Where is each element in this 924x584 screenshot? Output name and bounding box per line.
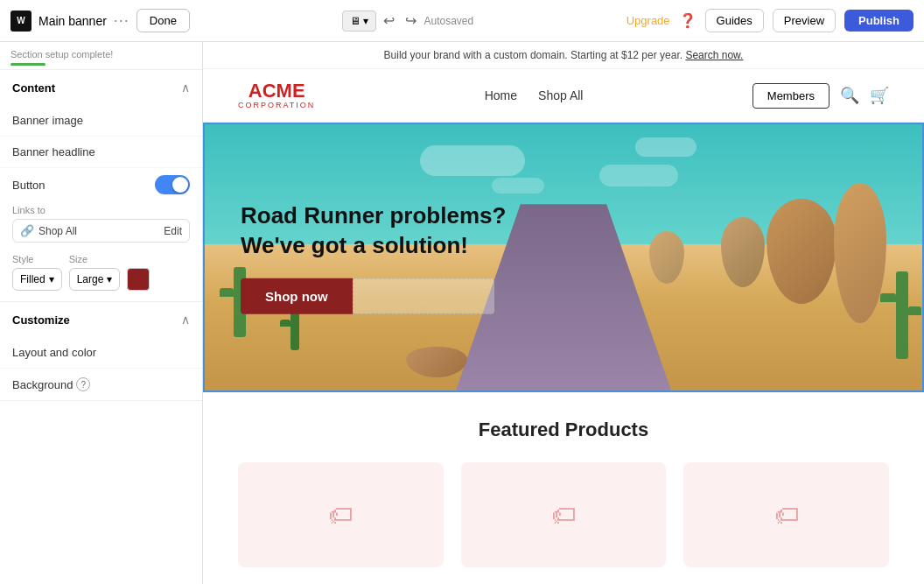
section-setup-notice: Section setup complete! (0, 42, 202, 70)
banner-content: Road Runner problems? We've got a soluti… (241, 201, 506, 314)
store-logo-sub: CORPORATION (238, 101, 315, 109)
cloud-decoration (599, 165, 678, 186)
featured-title: Featured Products (238, 419, 889, 441)
customize-section-title: Customize (12, 313, 70, 327)
topbar-left: W Main banner ··· Done (10, 9, 190, 32)
product-tag-icon: 🏷 (774, 501, 799, 530)
product-tag-icon: 🏷 (328, 501, 353, 530)
sidebar-item-background[interactable]: Background ? (0, 369, 202, 400)
help-icon[interactable]: ❓ (679, 12, 696, 29)
content-section-header[interactable]: Content ∧ (0, 70, 202, 105)
store-nav: Home Shop All (485, 88, 584, 102)
links-to-label: Links to (12, 205, 190, 215)
undo-button[interactable]: ↩ (380, 9, 398, 32)
cactus-decoration (896, 271, 908, 359)
button-toggle[interactable] (155, 175, 190, 194)
app-logo: W (10, 11, 32, 32)
redo-button[interactable]: ↪ (402, 9, 420, 32)
sidebar-item-banner-image[interactable]: Banner image (0, 105, 202, 137)
style-select[interactable]: Filled ▾ (12, 268, 62, 291)
chevron-down-icon: ▾ (49, 273, 54, 285)
store-header: ACME CORPORATION Home Shop All Members 🔍… (203, 69, 924, 123)
product-card[interactable]: 🏷 (683, 462, 889, 567)
guides-button[interactable]: Guides (705, 9, 764, 32)
cloud-decoration (635, 137, 696, 157)
product-card[interactable]: 🏷 (461, 462, 667, 567)
style-size-row: Style Filled ▾ Size Large ▾ (0, 250, 202, 301)
preview-area: Build your brand with a custom domain. S… (203, 42, 924, 584)
size-label: Size (69, 254, 121, 264)
collapse-icon: ∧ (181, 81, 190, 95)
edit-link-button[interactable]: Edit (164, 225, 182, 237)
customize-section: Customize ∧ Layout and color Background … (0, 302, 202, 401)
done-button[interactable]: Done (136, 9, 190, 32)
device-controls: 🖥 ▾ ↩ ↪ Autosaved (342, 9, 473, 32)
cart-icon[interactable]: 🛒 (870, 86, 889, 105)
shop-btn-ghost (353, 278, 494, 313)
button-toggle-row: Button (0, 168, 202, 201)
search-icon[interactable]: 🔍 (840, 86, 859, 105)
publish-button[interactable]: Publish (844, 10, 914, 32)
banner-background: Road Runner problems? We've got a soluti… (205, 124, 922, 391)
link-icon: 🔗 (20, 224, 34, 237)
links-to-row: Links to 🔗 Shop All Edit (0, 201, 202, 250)
members-button[interactable]: Members (752, 83, 830, 109)
product-tag-icon: 🏷 (551, 501, 576, 530)
customize-section-header[interactable]: Customize ∧ (0, 302, 202, 337)
desktop-icon: 🖥 (350, 15, 360, 27)
promo-bar-link[interactable]: Search now. (685, 49, 743, 61)
device-selector[interactable]: 🖥 ▾ (342, 11, 376, 32)
cloud-decoration (492, 178, 544, 193)
topbar-right: Upgrade ❓ Guides Preview Publish (626, 9, 914, 32)
color-swatch[interactable] (127, 268, 150, 291)
main-layout: Section setup complete! Content ∧ Banner… (0, 42, 924, 584)
style-label: Style (12, 254, 62, 264)
sidebar: Section setup complete! Content ∧ Banner… (0, 42, 203, 584)
links-to-field[interactable]: 🔗 Shop All Edit (12, 219, 190, 243)
promo-bar: Build your brand with a custom domain. S… (203, 42, 924, 69)
background-help-icon[interactable]: ? (76, 377, 90, 391)
style-group: Style Filled ▾ (12, 254, 62, 291)
cloud-decoration (420, 145, 525, 176)
banner-section: Road Runner problems? We've got a soluti… (203, 123, 924, 392)
content-section: Content ∧ Banner image Banner headline B… (0, 70, 202, 302)
chevron-down-icon: ▾ (363, 15, 368, 27)
product-card[interactable]: 🏷 (238, 462, 444, 567)
site-frame: ACME CORPORATION Home Shop All Members 🔍… (203, 69, 924, 584)
setup-progress-bar (10, 63, 46, 66)
topbar: W Main banner ··· Done 🖥 ▾ ↩ ↪ Autosaved… (0, 0, 924, 42)
size-group: Size Large ▾ (69, 254, 121, 291)
undo-redo-controls: ↩ ↪ (380, 9, 420, 32)
store-header-right: Members 🔍 🛒 (752, 83, 889, 109)
more-options-icon[interactable]: ··· (114, 11, 130, 30)
shop-now-button[interactable]: Shop now (241, 278, 353, 313)
autosave-status: Autosaved (424, 15, 473, 27)
page-title: Main banner (38, 14, 107, 28)
chevron-down-icon: ▾ (107, 273, 112, 285)
size-select[interactable]: Large ▾ (69, 268, 121, 291)
sidebar-item-banner-headline[interactable]: Banner headline (0, 137, 202, 168)
product-grid: 🏷 🏷 🏷 (238, 462, 889, 567)
upgrade-button[interactable]: Upgrade (626, 14, 670, 27)
banner-headline: Road Runner problems? We've got a soluti… (241, 201, 506, 261)
button-toggle-label: Button (12, 179, 46, 192)
nav-item-home[interactable]: Home (485, 88, 517, 102)
sidebar-item-layout-color[interactable]: Layout and color (0, 337, 202, 369)
links-to-value: 🔗 Shop All (20, 224, 77, 237)
shop-button-wrapper: Shop now (241, 278, 506, 313)
store-logo-text: ACME (248, 81, 305, 101)
nav-item-shop-all[interactable]: Shop All (538, 88, 583, 102)
preview-button[interactable]: Preview (773, 9, 836, 32)
collapse-icon: ∧ (181, 313, 190, 327)
content-section-title: Content (12, 81, 55, 95)
store-logo: ACME CORPORATION (238, 81, 315, 109)
featured-section: Featured Products 🏷 🏷 🏷 (203, 392, 924, 584)
